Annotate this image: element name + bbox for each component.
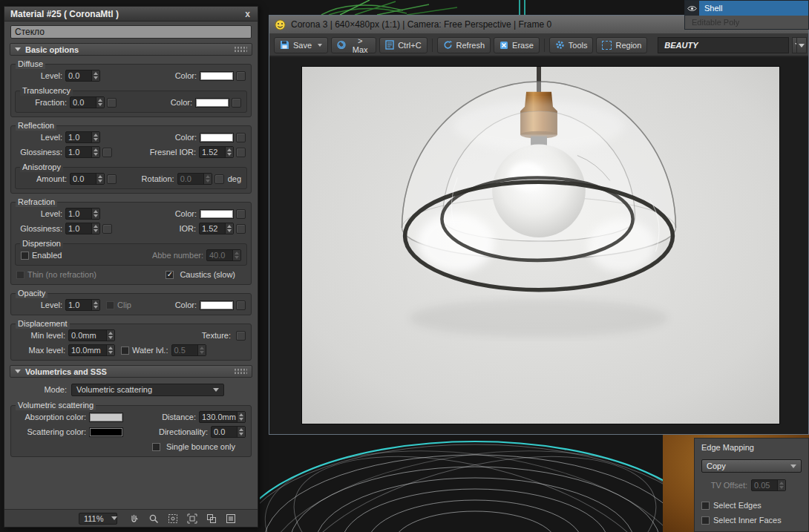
mode-dropdown[interactable]: Volumetric scattering xyxy=(71,384,224,396)
modifier-row-base-object[interactable]: Editable Poly xyxy=(685,16,808,29)
reflection-color-swatch[interactable] xyxy=(200,133,234,142)
translucency-group-label: Translucency xyxy=(20,85,73,96)
max-level-spinner[interactable]: 10.0mm xyxy=(68,344,115,356)
select-inner-faces-checkbox[interactable] xyxy=(701,516,710,525)
opacity-color-map-button[interactable] xyxy=(236,301,246,310)
opacity-level-spinner[interactable]: 1.0 xyxy=(65,299,100,311)
spinner-arrows[interactable] xyxy=(91,132,99,142)
toolbar-overflow-button[interactable] xyxy=(796,37,807,53)
zoom-extents-all-icon[interactable] xyxy=(205,512,217,525)
visibility-eye-icon[interactable] xyxy=(685,1,699,16)
displacement-texture-button[interactable] xyxy=(236,331,246,341)
absorption-color-swatch[interactable] xyxy=(89,413,123,422)
directionality-spinner[interactable]: 0.0 xyxy=(211,426,246,438)
glossiness-map-button[interactable] xyxy=(102,148,112,157)
spinner-arrows[interactable] xyxy=(197,345,206,355)
fresnel-map-button[interactable] xyxy=(236,148,246,157)
spinner-arrows[interactable] xyxy=(91,223,99,234)
abbe-number-spinner[interactable]: 40.0 xyxy=(206,249,241,261)
send-to-max-button[interactable]: > Max xyxy=(331,37,376,53)
reflection-glossiness-spinner[interactable]: 1.0 xyxy=(65,146,100,158)
rollout-basic-options[interactable]: Basic options xyxy=(10,43,252,56)
spinner-arrows[interactable] xyxy=(232,250,240,260)
rotation-spinner[interactable]: 0.0 xyxy=(177,173,212,185)
spinner-arrows[interactable] xyxy=(237,427,245,437)
mode-label: Mode: xyxy=(13,385,67,394)
translucency-color-map-button[interactable] xyxy=(232,98,241,108)
material-editor-titlebar[interactable]: Material #25 ( CoronaMtl ) x xyxy=(4,7,258,22)
diffuse-level-row: Level: 0.0 Color: xyxy=(13,68,249,83)
region-button[interactable]: Region xyxy=(596,37,647,53)
close-icon[interactable]: x xyxy=(243,9,252,19)
spinner-arrows[interactable] xyxy=(777,480,785,490)
pan-hand-icon[interactable] xyxy=(128,512,140,525)
zoom-level-dropdown[interactable]: 111% xyxy=(79,513,117,525)
spinner-arrows[interactable] xyxy=(225,147,233,157)
refraction-color-label: Color: xyxy=(175,209,197,218)
min-level-spinner[interactable]: 0.0mm xyxy=(68,329,115,341)
refraction-glossiness-map-button[interactable] xyxy=(102,224,112,234)
spinner-arrows[interactable] xyxy=(225,223,233,234)
distance-spinner[interactable]: 130.0mm xyxy=(199,411,246,423)
opacity-color-label: Color: xyxy=(175,301,197,309)
modifier-row-shell[interactable]: Shell xyxy=(685,1,808,16)
copy-button[interactable]: Ctrl+C xyxy=(379,37,427,53)
dispersion-enabled-checkbox[interactable] xyxy=(21,252,29,260)
scattering-color-swatch[interactable] xyxy=(89,427,123,437)
refraction-level-spinner[interactable]: 1.0 xyxy=(65,208,100,220)
edge-mapping-dropdown[interactable]: Copy xyxy=(701,459,802,473)
ior-spinner[interactable]: 1.52 xyxy=(199,223,234,234)
corona-smiley-icon xyxy=(275,19,286,30)
fresnel-ior-spinner[interactable]: 1.52 xyxy=(199,146,234,158)
material-name-input[interactable]: Стекло xyxy=(10,25,252,39)
spinner-arrows[interactable] xyxy=(91,300,99,310)
translucency-map-button[interactable] xyxy=(107,98,117,108)
diffuse-level-spinner[interactable]: 0.0 xyxy=(65,70,100,82)
zoom-region-icon[interactable] xyxy=(166,512,179,525)
zoom-icon[interactable] xyxy=(147,512,160,525)
diffuse-color-swatch[interactable] xyxy=(200,71,234,81)
translucency-color-label: Color: xyxy=(171,98,192,107)
translucency-fraction-row: Fraction: 0.0 Color: xyxy=(18,95,244,110)
tools-button[interactable]: Tools xyxy=(549,37,594,53)
spinner-arrows[interactable] xyxy=(96,97,104,108)
refresh-button[interactable]: Refresh xyxy=(437,37,491,53)
translucency-fraction-spinner[interactable]: 0.0 xyxy=(70,96,105,108)
zoom-extents-icon[interactable] xyxy=(186,512,198,525)
rollout-volumetrics[interactable]: Volumetrics and SSS xyxy=(10,365,252,378)
reflection-color-map-button[interactable] xyxy=(236,133,246,142)
spinner-arrows[interactable] xyxy=(91,208,99,219)
render-pass-dropdown[interactable]: BEAUTY xyxy=(658,37,789,53)
refraction-color-map-button[interactable] xyxy=(236,209,246,219)
translucency-color-swatch[interactable] xyxy=(195,98,229,108)
single-bounce-checkbox[interactable] xyxy=(152,443,160,451)
thin-checkbox[interactable] xyxy=(16,271,24,279)
water-level-spinner[interactable]: 0.5 xyxy=(171,344,206,356)
erase-button[interactable]: Erase xyxy=(494,37,540,53)
tv-offset-spinner[interactable]: 0.05 xyxy=(751,479,786,491)
maximize-viewport-icon[interactable] xyxy=(224,512,237,525)
spinner-arrows[interactable] xyxy=(237,412,245,422)
spinner-arrows[interactable] xyxy=(106,345,114,355)
caustics-checkbox[interactable] xyxy=(166,271,174,279)
spinner-arrows[interactable] xyxy=(91,70,99,81)
opacity-color-swatch[interactable] xyxy=(200,301,234,310)
clip-checkbox[interactable] xyxy=(106,301,114,309)
save-button[interactable]: Save xyxy=(274,37,328,53)
refraction-glossiness-spinner[interactable]: 1.0 xyxy=(65,223,100,234)
spinner-arrows[interactable] xyxy=(96,174,104,184)
material-editor-window: Material #25 ( CoronaMtl ) x Стекло Basi… xyxy=(4,6,258,528)
rotation-map-button[interactable] xyxy=(214,174,224,184)
anisotropy-map-button[interactable] xyxy=(107,174,117,184)
spinner-arrows[interactable] xyxy=(106,330,114,341)
select-edges-checkbox[interactable] xyxy=(701,502,710,510)
diffuse-color-map-button[interactable] xyxy=(236,71,246,81)
spinner-arrows[interactable] xyxy=(203,174,212,184)
spinner-arrows[interactable] xyxy=(91,147,99,157)
reflection-level-spinner[interactable]: 1.0 xyxy=(65,131,100,143)
refraction-color-swatch[interactable] xyxy=(200,209,234,219)
anisotropy-amount-spinner[interactable]: 0.0 xyxy=(70,173,105,185)
opacity-level-label: Level: xyxy=(16,301,62,309)
water-level-checkbox[interactable] xyxy=(121,347,129,355)
ior-map-button[interactable] xyxy=(236,224,246,234)
